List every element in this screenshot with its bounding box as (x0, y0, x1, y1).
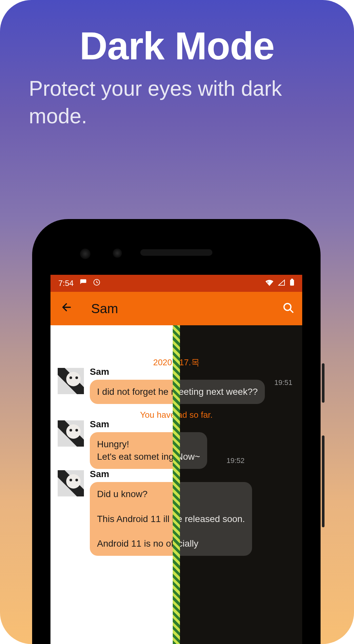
svg-rect-2 (290, 280, 294, 286)
promo-subtitle: Protect your eyes with dark mode. (29, 75, 325, 130)
chat-contact-name: Sam (91, 301, 118, 316)
svg-point-15 (69, 479, 72, 481)
svg-rect-3 (291, 279, 293, 280)
phone-bezel: 7:54 x (38, 225, 315, 644)
message-sender: Sam (90, 367, 109, 377)
wifi-icon: x (266, 279, 273, 288)
svg-point-6 (66, 372, 81, 386)
avatar[interactable] (58, 368, 84, 394)
search-button[interactable] (283, 302, 294, 315)
status-time: 7:54 (58, 279, 74, 288)
svg-point-12 (75, 429, 78, 432)
back-button[interactable] (61, 301, 73, 316)
message-sender: Sam (90, 469, 109, 479)
message-time: 19:51 (274, 378, 292, 387)
phone-frame: 7:54 x (32, 219, 321, 644)
theme-slider-handle[interactable] (173, 325, 180, 644)
svg-point-16 (75, 479, 78, 481)
phone-screen: 7:54 x (50, 275, 302, 644)
camera-icon (113, 249, 122, 258)
sync-icon (93, 278, 101, 288)
svg-text:x: x (267, 280, 269, 284)
camera-icon (80, 249, 90, 259)
avatar[interactable] (58, 420, 84, 447)
phone-side-button (322, 363, 324, 403)
message-icon (80, 279, 87, 288)
svg-point-8 (75, 376, 78, 379)
signal-icon (278, 279, 285, 288)
svg-point-7 (69, 376, 72, 379)
phone-side-button (322, 435, 324, 527)
promo-page: Dark Mode Protect your eyes with dark mo… (0, 0, 354, 644)
svg-point-10 (66, 424, 81, 439)
chat-body[interactable]: 2020. .17.목 You have ad so far. Sam I di… (50, 325, 302, 644)
status-bar: 7:54 x (50, 275, 302, 292)
avatar[interactable] (58, 470, 84, 496)
chat-app-bar: Sam (50, 292, 302, 325)
svg-point-11 (69, 429, 72, 432)
message-time: 19:52 (226, 456, 245, 465)
svg-point-14 (66, 474, 81, 489)
battery-icon (290, 279, 294, 288)
message-sender: Sam (90, 419, 109, 430)
promo-title: Dark Mode (0, 24, 354, 68)
phone-speaker (140, 249, 212, 256)
